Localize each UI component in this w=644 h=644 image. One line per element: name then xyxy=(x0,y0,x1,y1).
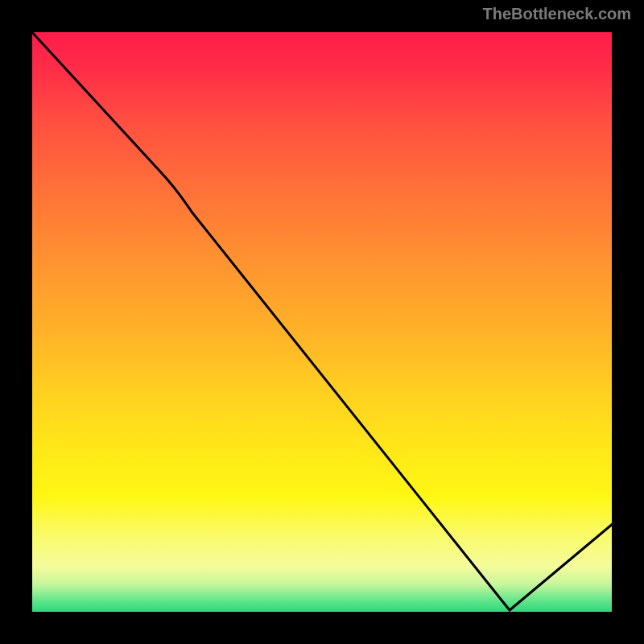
chart-container: TheBottleneck.com xyxy=(0,0,644,644)
watermark-text: TheBottleneck.com xyxy=(483,5,631,23)
plot-frame xyxy=(24,24,620,620)
bottleneck-curve xyxy=(31,31,613,613)
